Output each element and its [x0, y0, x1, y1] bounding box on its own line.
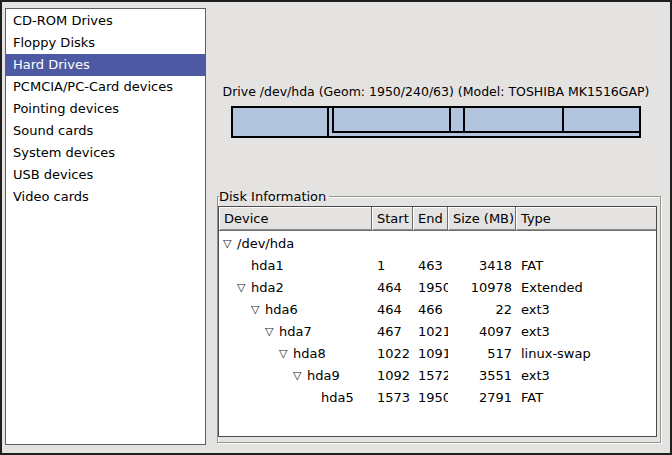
cell-type: ext3 — [516, 321, 656, 343]
cell-device: ▽hda9 — [219, 365, 372, 387]
cell-type: FAT — [516, 255, 656, 277]
table-row-dev-hda[interactable]: ▽/dev/hda — [219, 233, 656, 255]
partition-bar — [231, 106, 641, 138]
sidebar-item-sound-cards[interactable]: Sound cards — [6, 120, 205, 142]
cell-start: 467 — [372, 321, 413, 343]
sidebar-item-pointing-devices[interactable]: Pointing devices — [6, 98, 205, 120]
table-body: ▽/dev/hdahda114633418FAT▽hda246419501097… — [219, 231, 656, 409]
cell-start — [372, 233, 413, 255]
logical-partition-divider — [463, 108, 465, 131]
cell-type: ext3 — [516, 299, 656, 321]
cell-end: 466 — [413, 299, 448, 321]
device-name: /dev/hda — [237, 233, 294, 255]
cell-device: ▽hda8 — [219, 343, 372, 365]
cell-end: 1091 — [413, 343, 448, 365]
disk-information-table: DeviceStartEndSize (MB)Type ▽/dev/hdahda… — [218, 206, 657, 437]
table-row-hda7[interactable]: ▽hda746710214097ext3 — [219, 321, 656, 343]
cell-device: ▽hda7 — [219, 321, 372, 343]
table-header-row: DeviceStartEndSize (MB)Type — [219, 207, 656, 231]
sidebar-item-floppy-disks[interactable]: Floppy Disks — [6, 32, 205, 54]
sidebar-item-video-cards[interactable]: Video cards — [6, 186, 205, 208]
logical-partition-divider — [449, 108, 451, 131]
column-header-type[interactable]: Type — [516, 207, 656, 230]
tree-expander-icon[interactable]: ▽ — [237, 277, 251, 299]
cell-size: 22 — [448, 299, 516, 321]
cell-size: 3418 — [448, 255, 516, 277]
cell-size: 4097 — [448, 321, 516, 343]
partition-segment-extended — [332, 108, 639, 133]
column-header-size-mb[interactable]: Size (MB) — [448, 207, 516, 230]
sidebar-item-system-devices[interactable]: System devices — [6, 142, 205, 164]
cell-size: 10978 — [448, 277, 516, 299]
cell-start: 1573 — [372, 387, 413, 409]
device-name: hda9 — [307, 365, 340, 387]
disk-information-title: Disk Information — [219, 189, 329, 204]
column-header-start[interactable]: Start — [372, 207, 413, 230]
cell-end: 1021 — [413, 321, 448, 343]
cell-start: 1022 — [372, 343, 413, 365]
cell-device: hda1 — [219, 255, 372, 277]
table-row-hda8[interactable]: ▽hda810221091517linux-swap — [219, 343, 656, 365]
tree-expander-icon[interactable]: ▽ — [265, 321, 279, 343]
cell-start: 464 — [372, 277, 413, 299]
drive-label: Drive /dev/hda (Geom: 1950/240/63) (Mode… — [221, 84, 651, 99]
cell-device: ▽hda2 — [219, 277, 372, 299]
device-name: hda6 — [265, 299, 298, 321]
table-row-hda2[interactable]: ▽hda2464195010978Extended — [219, 277, 656, 299]
table-row-hda5[interactable]: hda5157319502791FAT — [219, 387, 656, 409]
cell-start: 1092 — [372, 365, 413, 387]
cell-type: ext3 — [516, 365, 656, 387]
cell-device: ▽hda6 — [219, 299, 372, 321]
tree-expander-icon[interactable]: ▽ — [223, 233, 237, 255]
device-name: hda1 — [251, 255, 284, 277]
sidebar-item-pcmcia-pc-card-devices[interactable]: PCMCIA/PC-Card devices — [6, 76, 205, 98]
cell-start: 1 — [372, 255, 413, 277]
partition-segment-primary — [233, 108, 329, 136]
logical-partition-divider — [562, 108, 564, 131]
cell-end — [413, 233, 448, 255]
hardware-browser-window: CD-ROM DrivesFloppy DisksHard DrivesPCMC… — [0, 0, 672, 455]
device-name: hda7 — [279, 321, 312, 343]
cell-start: 464 — [372, 299, 413, 321]
tree-expander-icon[interactable]: ▽ — [279, 343, 293, 365]
cell-type — [516, 233, 656, 255]
cell-size: 3551 — [448, 365, 516, 387]
tree-expander-icon[interactable]: ▽ — [293, 365, 307, 387]
cell-type: FAT — [516, 387, 656, 409]
device-category-list: CD-ROM DrivesFloppy DisksHard DrivesPCMC… — [5, 8, 206, 445]
column-header-device[interactable]: Device — [219, 207, 372, 230]
cell-size: 2791 — [448, 387, 516, 409]
cell-end: 1572 — [413, 365, 448, 387]
cell-type: Extended — [516, 277, 656, 299]
sidebar-item-hard-drives[interactable]: Hard Drives — [6, 54, 205, 76]
sidebar-item-cd-rom-drives[interactable]: CD-ROM Drives — [6, 10, 205, 32]
cell-end: 1950 — [413, 387, 448, 409]
device-name: hda8 — [293, 343, 326, 365]
cell-device: hda5 — [219, 387, 372, 409]
table-row-hda1[interactable]: hda114633418FAT — [219, 255, 656, 277]
device-name: hda5 — [321, 387, 354, 409]
column-header-end[interactable]: End — [413, 207, 448, 230]
device-name: hda2 — [251, 277, 284, 299]
cell-end: 1950 — [413, 277, 448, 299]
cell-type: linux-swap — [516, 343, 656, 365]
table-row-hda6[interactable]: ▽hda646446622ext3 — [219, 299, 656, 321]
tree-expander-icon[interactable]: ▽ — [251, 299, 265, 321]
cell-end: 463 — [413, 255, 448, 277]
cell-size: 517 — [448, 343, 516, 365]
table-row-hda9[interactable]: ▽hda9109215723551ext3 — [219, 365, 656, 387]
cell-device: ▽/dev/hda — [219, 233, 372, 255]
sidebar-item-usb-devices[interactable]: USB devices — [6, 164, 205, 186]
cell-size — [448, 233, 516, 255]
